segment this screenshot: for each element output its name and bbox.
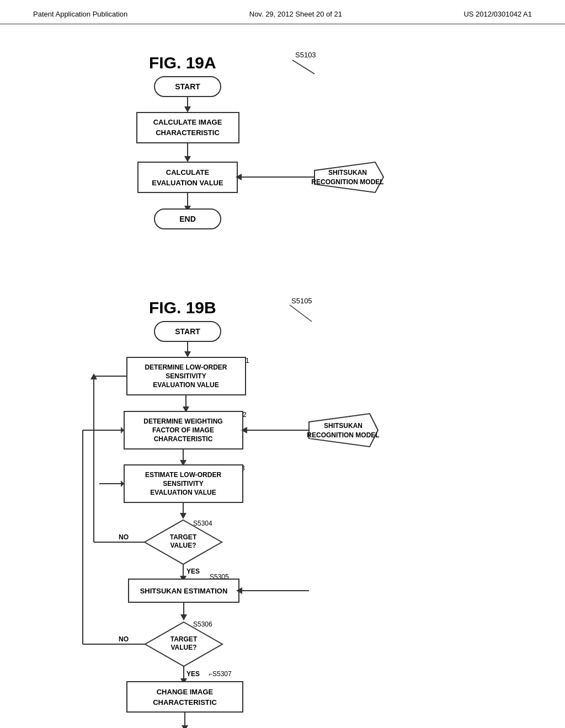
svg-marker-10: [315, 162, 383, 192]
shitsukan-est: SHITSUKAN ESTIMATION: [140, 587, 228, 595]
svg-text:RECOGNITION MODEL: RECOGNITION MODEL: [311, 178, 383, 186]
svg-text:RECOGNITION MODEL: RECOGNITION MODEL: [307, 431, 379, 439]
svg-text:VALUE?: VALUE?: [170, 542, 196, 549]
fig19a-start: START: [175, 82, 200, 91]
fig19a-end: END: [179, 215, 196, 223]
svg-text:CHARACTERISTIC: CHARACTERISTIC: [156, 129, 220, 137]
svg-text:EVALUATION VALUE: EVALUATION VALUE: [153, 381, 218, 389]
page-header: Patent Application Publication Nov. 29, …: [0, 0, 565, 24]
model-19a-1: SHITSUKAN: [328, 169, 367, 176]
svg-marker-3: [184, 106, 191, 113]
fig19b-ref: S5105: [291, 297, 312, 305]
target2: TARGET: [170, 635, 198, 643]
yes2-label: YES: [186, 670, 200, 678]
s5304-label: S5304: [193, 520, 212, 527]
fig19a-diagram: FIG. 19A S5103 START ⌐S5201 CALCULATE IM…: [22, 41, 519, 272]
est-low-order: ESTIMATE LOW-ORDER: [145, 471, 222, 479]
main-content: FIG. 19A S5103 START ⌐S5201 CALCULATE IM…: [0, 24, 565, 728]
fig19b-title: FIG. 19B: [149, 298, 216, 317]
s5307-label: ⌐S5307: [209, 670, 232, 678]
svg-marker-54: [180, 614, 187, 620]
header-right: US 2012/0301042 A1: [463, 10, 532, 18]
svg-marker-20: [184, 351, 191, 357]
svg-text:FACTOR OF IMAGE: FACTOR OF IMAGE: [152, 426, 214, 434]
svg-rect-4: [137, 113, 239, 143]
target1: TARGET: [170, 533, 197, 541]
svg-rect-8: [138, 162, 237, 192]
svg-rect-63: [127, 682, 243, 712]
svg-text:SENSITIVITY: SENSITIVITY: [166, 372, 206, 380]
fig19b-start: START: [175, 327, 200, 336]
change-img-char: CHANGE IMAGE: [157, 688, 214, 696]
svg-text:EVALUATION VALUE: EVALUATION VALUE: [150, 489, 216, 496]
fig19a-ref: S5103: [295, 51, 316, 59]
svg-text:EVALUATION VALUE: EVALUATION VALUE: [152, 179, 223, 187]
no1-label: NO: [119, 533, 129, 541]
svg-line-17: [290, 305, 312, 322]
fig19a-title: FIG. 19A: [149, 53, 216, 72]
det-low-order: DETERMINE LOW-ORDER: [145, 363, 227, 371]
yes1-label: YES: [186, 568, 200, 575]
header-left: Patent Application Publication: [33, 10, 127, 18]
det-weighting: DETERMINE WEIGHTING: [143, 417, 222, 425]
svg-marker-66: [182, 725, 188, 728]
no2-label: NO: [119, 635, 129, 643]
model-19b-1: SHITSUKAN: [324, 422, 363, 430]
calc-eval-value: CALCULATE: [166, 168, 210, 176]
fig19b-diagram: FIG. 19B S5105 START ⌐S5301 DETERMINE LO…: [22, 291, 519, 728]
svg-marker-7: [184, 156, 191, 162]
s5306-label: S5306: [193, 620, 212, 628]
header-center: Nov. 29, 2012 Sheet 20 of 21: [249, 10, 342, 18]
svg-text:CHARACTERISTIC: CHARACTERISTIC: [154, 435, 213, 443]
svg-text:SENSITIVITY: SENSITIVITY: [163, 480, 203, 488]
svg-text:VALUE?: VALUE?: [170, 644, 196, 651]
svg-text:CHARACTERISTIC: CHARACTERISTIC: [153, 698, 217, 706]
calc-image-char: CALCULATE IMAGE: [153, 118, 222, 126]
svg-marker-30: [309, 414, 378, 447]
svg-line-0: [292, 60, 315, 74]
svg-marker-42: [180, 513, 186, 519]
